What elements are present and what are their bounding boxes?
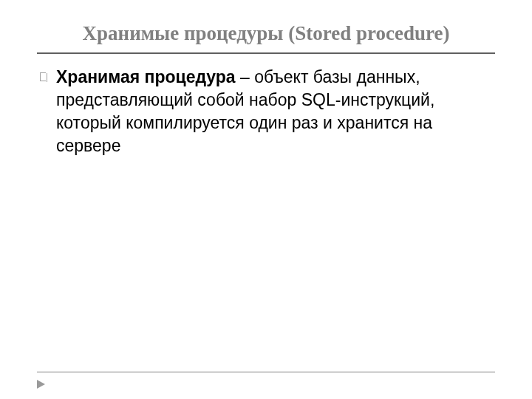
bullet-text: Хранимая процедура – объект базы данных,… — [56, 66, 495, 157]
footer-divider — [37, 372, 495, 372]
bullet-marker-icon — [40, 73, 47, 82]
bullet-bold: Хранимая процедура — [56, 67, 236, 86]
footer-arrow-icon — [37, 380, 45, 389]
bullet-item: Хранимая процедура – объект базы данных,… — [40, 66, 495, 157]
slide-container: Хранимые процедуры (Stored procedure) Хр… — [0, 0, 532, 399]
slide-title: Хранимые процедуры (Stored procedure) — [37, 22, 495, 54]
slide-content: Хранимая процедура – объект базы данных,… — [37, 66, 495, 157]
